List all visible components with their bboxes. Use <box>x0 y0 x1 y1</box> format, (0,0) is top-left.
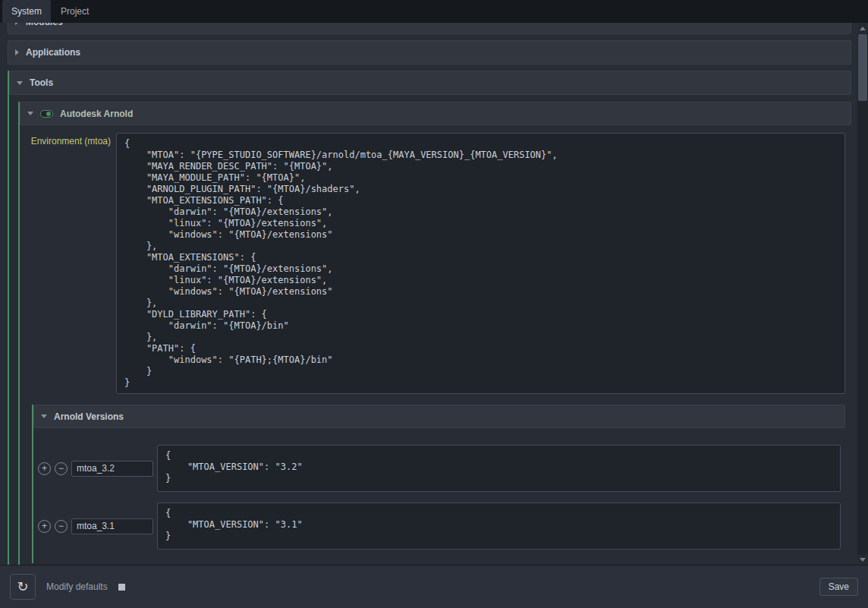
enabled-toggle-icon[interactable] <box>40 110 53 118</box>
version-json-editor[interactable]: { "MTOA_VERSION": "3.2" } <box>157 445 841 492</box>
add-item-button[interactable]: + <box>38 462 51 475</box>
environment-json-editor[interactable]: { "MTOA": "{PYPE_STUDIO_SOFTWARE}/arnold… <box>116 133 845 394</box>
scroll-down-button[interactable] <box>857 554 868 565</box>
tab-project[interactable]: Project <box>52 0 98 23</box>
section-modules: Modules <box>8 23 851 34</box>
group-autodesk-arnold-header[interactable]: Autodesk Arnold <box>20 102 851 125</box>
version-key-input[interactable] <box>71 518 153 534</box>
tab-system[interactable]: System <box>2 0 51 23</box>
modify-defaults-label: Modify defaults <box>46 581 108 592</box>
group-autodesk-arnold-body: Environment (mtoa) { "MTOA": "{PYPE_STUD… <box>20 125 851 565</box>
environment-field-label: Environment (mtoa) <box>20 133 116 146</box>
section-tools-header[interactable]: Tools <box>9 71 851 95</box>
settings-window: System Project Modules Applications Tool… <box>0 0 868 608</box>
remove-item-button[interactable]: − <box>55 462 68 475</box>
section-tools: Tools Autodesk Arnold Environment (mtoa) <box>8 71 851 565</box>
chevron-down-icon <box>41 414 47 418</box>
section-modules-header[interactable]: Modules <box>8 23 851 34</box>
chevron-down-icon <box>17 81 23 85</box>
version-json-editor[interactable]: { "MTOA_VERSION": "3.1" } <box>157 502 841 550</box>
group-autodesk-arnold: Autodesk Arnold Environment (mtoa) { "MT… <box>18 102 851 565</box>
group-arnold-versions-title: Arnold Versions <box>54 411 124 422</box>
save-button[interactable]: Save <box>819 578 858 596</box>
environment-field-row: Environment (mtoa) { "MTOA": "{PYPE_STUD… <box>20 133 845 394</box>
group-arnold-versions-header[interactable]: Arnold Versions <box>33 405 845 428</box>
scroll-up-button[interactable] <box>857 23 868 33</box>
remove-item-button[interactable]: − <box>55 520 68 533</box>
add-item-button[interactable]: + <box>38 520 51 533</box>
vertical-scrollbar[interactable] <box>857 23 868 565</box>
section-applications-title: Applications <box>26 47 80 58</box>
section-applications: Applications <box>8 40 851 65</box>
arrow-down-icon <box>860 558 866 562</box>
modify-defaults-checkbox[interactable] <box>118 584 125 591</box>
refresh-icon: ↻ <box>17 580 28 594</box>
group-arnold-versions: Arnold Versions + − { "MTOA_VERSION": "3… <box>32 405 845 563</box>
section-tools-body: Autodesk Arnold Environment (mtoa) { "MT… <box>9 95 851 565</box>
chevron-right-icon <box>15 23 19 25</box>
group-arnold-versions-body: + − { "MTOA_VERSION": "3.2" } + − <box>33 428 845 563</box>
section-tools-title: Tools <box>30 77 53 88</box>
group-autodesk-arnold-title: Autodesk Arnold <box>60 109 133 119</box>
version-row: + − { "MTOA_VERSION": "3.1" } <box>38 502 841 550</box>
scrollbar-thumb[interactable] <box>858 34 867 101</box>
settings-scroll-area: Modules Applications Tools <box>0 23 857 565</box>
refresh-button[interactable]: ↻ <box>10 574 36 600</box>
version-key-input[interactable] <box>71 461 153 477</box>
chevron-down-icon <box>27 112 33 115</box>
chevron-right-icon <box>15 49 19 55</box>
tab-bar: System Project <box>0 0 868 23</box>
section-applications-header[interactable]: Applications <box>8 40 851 65</box>
section-modules-title: Modules <box>26 23 63 27</box>
arrow-up-icon <box>860 27 866 30</box>
footer-bar: ↻ Modify defaults Save <box>0 565 868 608</box>
version-row: + − { "MTOA_VERSION": "3.2" } <box>38 445 841 492</box>
